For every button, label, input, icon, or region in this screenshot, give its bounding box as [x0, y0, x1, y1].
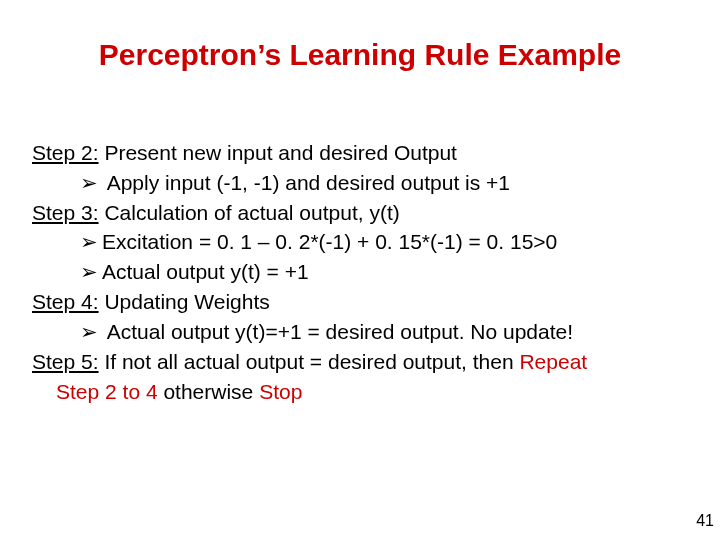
step3-text: Calculation of actual output, y(t) [99, 201, 400, 224]
step2-text: Present new input and desired Output [99, 141, 457, 164]
bullet-arrow-icon: ➢ [80, 317, 102, 347]
page-number: 41 [696, 512, 714, 530]
step5-label: Step 5: [32, 350, 99, 373]
slide-body: Step 2: Present new input and desired Ou… [32, 138, 680, 406]
bullet-arrow-icon: ➢ [80, 257, 102, 287]
step5-range: Step 2 to 4 [56, 380, 158, 403]
step3-sub2: ➢Actual output y(t) = +1 [32, 257, 680, 287]
step5-stop: Stop [259, 380, 302, 403]
step3-sub1-text: Excitation = 0. 1 – 0. 2*(-1) + 0. 15*(-… [102, 230, 557, 253]
step5-line2: Step 2 to 4 otherwise Stop [32, 377, 680, 407]
step3-sub2-text: Actual output y(t) = +1 [102, 260, 309, 283]
step5-repeat: Repeat [519, 350, 587, 373]
slide: Perceptron’s Learning Rule Example Step … [0, 0, 720, 540]
step3-label: Step 3: [32, 201, 99, 224]
step5-text-c: otherwise [158, 380, 260, 403]
slide-title: Perceptron’s Learning Rule Example [0, 38, 720, 72]
step3-sub1: ➢Excitation = 0. 1 – 0. 2*(-1) + 0. 15*(… [32, 227, 680, 257]
step3-line: Step 3: Calculation of actual output, y(… [32, 198, 680, 228]
step4-sub-text: Actual output y(t)=+1 = desired output. … [102, 320, 573, 343]
step2-sub-text: Apply input (-1, -1) and desired output … [102, 171, 510, 194]
bullet-arrow-icon: ➢ [80, 227, 102, 257]
bullet-arrow-icon: ➢ [80, 168, 102, 198]
step4-label: Step 4: [32, 290, 99, 313]
step4-line: Step 4: Updating Weights [32, 287, 680, 317]
step4-text: Updating Weights [99, 290, 270, 313]
step5-line: Step 5: If not all actual output = desir… [32, 347, 680, 377]
step5-text-a: If not all actual output = desired outpu… [99, 350, 520, 373]
step4-sub: ➢ Actual output y(t)=+1 = desired output… [32, 317, 680, 347]
step2-sub: ➢ Apply input (-1, -1) and desired outpu… [32, 168, 680, 198]
step2-line: Step 2: Present new input and desired Ou… [32, 138, 680, 168]
step2-label: Step 2: [32, 141, 99, 164]
